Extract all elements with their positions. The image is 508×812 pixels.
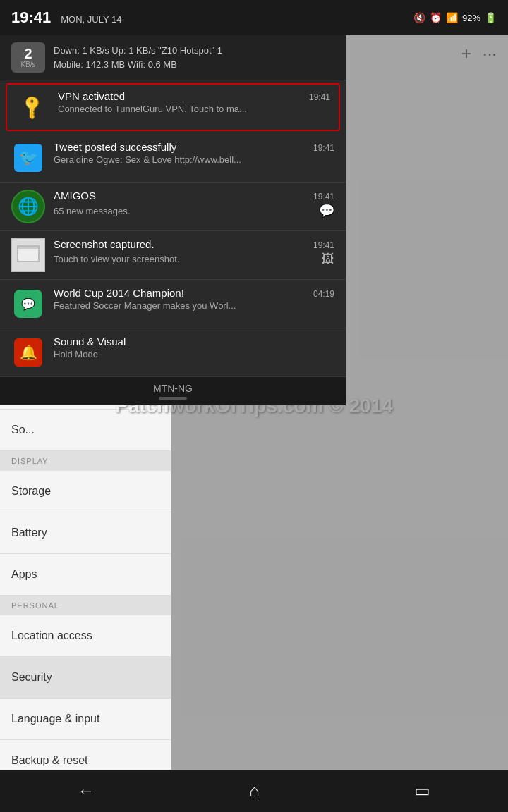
sidebar-item-language[interactable]: Language & input [0, 699, 171, 740]
screenshot-title-row: Screenshot captured. 19:41 [54, 238, 334, 250]
signal-icon: 📶 [446, 12, 458, 23]
notif-item-screenshot[interactable]: Screenshot captured. 19:41 Touch to view… [0, 231, 346, 280]
screenshot-title: Screenshot captured. [54, 238, 155, 250]
amigos-desc: 65 new messages. [54, 206, 130, 216]
amigos-content: AMIGOS 19:41 65 new messages. 💬 [54, 190, 334, 219]
tweet-title: Tweet posted successfully [54, 141, 176, 153]
notif-item-vpn[interactable]: 🔑 VPN activated 19:41 Connected to Tunne… [6, 83, 340, 131]
sidebar-item-battery[interactable]: Battery [0, 512, 171, 554]
svg-text:💬: 💬 [21, 297, 35, 311]
notif-item-sound[interactable]: 🔔 Sound & Visual Hold Mode [0, 328, 346, 377]
sound-app-icon: 🔔 [14, 338, 42, 367]
worldcup-title-row: World Cup 2014 Champion! 04:19 [54, 287, 334, 299]
sidebar-item-storage[interactable]: Storage [0, 471, 171, 512]
home-button[interactable]: ⌂ [232, 775, 277, 806]
tweet-title-row: Tweet posted successfully 19:41 [54, 141, 334, 153]
data-usage-row: 2 KB/s Down: 1 KB/s Up: 1 KB/s "Z10 Hots… [0, 35, 346, 80]
sidebar-item-location[interactable]: Location access [0, 615, 171, 657]
carrier-handle [159, 397, 187, 400]
back-button[interactable]: ← [61, 775, 111, 806]
screenshot-time: 19:41 [313, 240, 334, 250]
wechat-icon: 💬 [11, 287, 45, 321]
svg-rect-3 [18, 247, 38, 249]
status-right: 🔇 ⏰ 📶 92% 🔋 [413, 12, 497, 23]
battery-icon: 🔋 [485, 12, 497, 23]
sound-content: Sound & Visual Hold Mode [54, 336, 334, 359]
twitter-icon: 🐦 [11, 141, 45, 175]
amigos-title-row: AMIGOS 19:41 [54, 190, 334, 202]
sound-desc: Hold Mode [54, 349, 286, 359]
data-badge-unit: KB/s [17, 61, 40, 68]
sound-title: Sound & Visual [54, 336, 126, 347]
screenshot-thumb [11, 238, 45, 272]
screenshot-icon [11, 238, 45, 272]
nav-bar: ← ⌂ ▭ [0, 770, 508, 812]
screenshot-content: Screenshot captured. 19:41 Touch to view… [54, 238, 334, 266]
vpn-content: VPN activated 19:41 Connected to TunnelG… [58, 90, 330, 114]
sidebar-item-security[interactable]: Security [0, 657, 171, 699]
worldcup-desc: Featured Soccer Manager makes you Worl..… [54, 300, 286, 311]
sound-title-row: Sound & Visual [54, 336, 334, 347]
worldcup-title: World Cup 2014 Champion! [54, 287, 184, 299]
notif-item-worldcup[interactable]: 💬 World Cup 2014 Champion! 04:19 Feature… [0, 280, 346, 328]
tweet-time: 19:41 [313, 143, 334, 153]
battery-level: 92% [462, 13, 480, 23]
screenshot-desc: Touch to view your screenshot. [54, 254, 179, 264]
sidebar-item-apps[interactable]: Apps [0, 554, 171, 596]
twitter-bird-icon: 🐦 [14, 144, 42, 172]
amigos-globe-icon: 🌐 [11, 190, 45, 223]
data-line1: Down: 1 KB/s Up: 1 KB/s "Z10 Hotspot" 1 [54, 44, 334, 58]
alarm-icon: ⏰ [430, 12, 442, 23]
carrier-bar: MTN-NG [0, 377, 346, 405]
wechat-app-icon: 💬 [14, 290, 42, 318]
recent-button[interactable]: ▭ [397, 775, 447, 806]
key-icon: 🔑 [18, 92, 47, 121]
section-display: Display [0, 451, 171, 471]
notif-item-tweet[interactable]: 🐦 Tweet posted successfully 19:41 Gerald… [0, 134, 346, 183]
data-line2: Mobile: 142.3 MB Wifi: 0.6 MB [54, 58, 334, 72]
vpn-time: 19:41 [309, 92, 330, 102]
status-time: 19:41 [11, 8, 51, 27]
tweet-desc: Geraldine Ogwe: Sex & Love http://www.be… [54, 154, 286, 165]
section-personal: PERSONAL [0, 596, 171, 615]
amigos-time: 19:41 [313, 192, 334, 202]
chat-icon: 💬 [319, 203, 334, 219]
worldcup-time: 04:19 [313, 289, 334, 299]
status-left: 19:41 MON, JULY 14 [11, 8, 122, 27]
worldcup-content: World Cup 2014 Champion! 04:19 Featured … [54, 287, 334, 311]
notification-panel: 19:41 MON, JULY 14 ✕ 2 KB/s Down: 1 KB/s… [0, 0, 346, 405]
tweet-content: Tweet posted successfully 19:41 Geraldin… [54, 141, 334, 165]
data-badge-num: 2 [17, 47, 40, 61]
status-date: MON, JULY 14 [61, 14, 121, 25]
data-badge: 2 KB/s [11, 42, 45, 73]
vpn-desc: Connected to TunnelGuru VPN. Touch to ma… [58, 104, 291, 114]
globe-icon: 🌐 [11, 190, 45, 223]
amigos-title: AMIGOS [54, 190, 96, 202]
notif-item-amigos[interactable]: 🌐 AMIGOS 19:41 65 new messages. 💬 [0, 183, 346, 231]
vpn-icon: 🔑 [16, 90, 49, 124]
vpn-title: VPN activated [58, 90, 125, 102]
mute-icon: 🔇 [413, 12, 425, 23]
image-icon: 🖼 [322, 252, 334, 266]
sidebar-item-so[interactable]: So... [0, 410, 171, 451]
sound-icon: 🔔 [11, 336, 45, 369]
data-info: Down: 1 KB/s Up: 1 KB/s "Z10 Hotspot" 1 … [54, 44, 334, 71]
vpn-title-row: VPN activated 19:41 [58, 90, 330, 102]
status-bar: 19:41 MON, JULY 14 🔇 ⏰ 📶 92% 🔋 [0, 0, 508, 35]
carrier-name: MTN-NG [0, 383, 346, 394]
